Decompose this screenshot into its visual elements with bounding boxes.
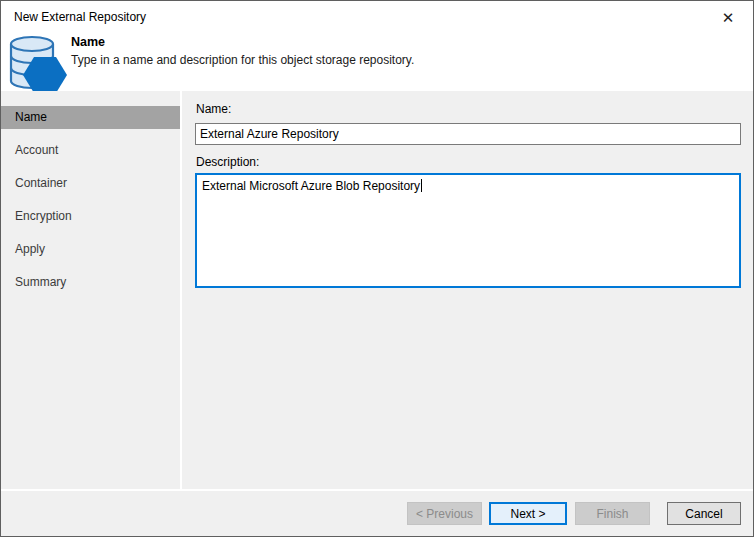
description-textarea[interactable]: External Microsoft Azure Blob Repository [195, 173, 741, 288]
step-subtitle: Type in a name and description for this … [71, 53, 414, 67]
name-input[interactable] [195, 123, 741, 145]
description-text: External Microsoft Azure Blob Repository [202, 179, 420, 193]
sidebar-item-encryption[interactable]: Encryption [1, 205, 180, 228]
sidebar-item-container[interactable]: Container [1, 172, 180, 195]
window-title: New External Repository [14, 10, 146, 24]
name-field-label: Name: [196, 102, 231, 116]
previous-button[interactable]: < Previous [407, 502, 482, 525]
step-title: Name [71, 35, 105, 49]
next-button[interactable]: Next > [489, 502, 567, 525]
wizard-step-content: Name: Description: External Microsoft Az… [184, 91, 753, 489]
text-caret [421, 179, 422, 192]
dialog-footer: < Previous Next > Finish Cancel [1, 489, 753, 536]
sidebar-item-account[interactable]: Account [1, 139, 180, 162]
cancel-button[interactable]: Cancel [667, 502, 741, 525]
object-storage-repository-icon [9, 35, 67, 93]
dialog-body: Name Account Container Encryption Apply … [1, 91, 753, 489]
sidebar-item-name[interactable]: Name [1, 106, 180, 129]
dialog-header: New External Repository ✕ Name Type in a… [1, 1, 753, 91]
finish-button[interactable]: Finish [575, 502, 650, 525]
new-external-repository-dialog: New External Repository ✕ Name Type in a… [0, 0, 754, 537]
close-icon[interactable]: ✕ [711, 5, 745, 31]
wizard-steps-sidebar: Name Account Container Encryption Apply … [1, 91, 182, 489]
sidebar-item-summary[interactable]: Summary [1, 271, 180, 294]
sidebar-item-apply[interactable]: Apply [1, 238, 180, 261]
description-field-label: Description: [196, 155, 259, 169]
